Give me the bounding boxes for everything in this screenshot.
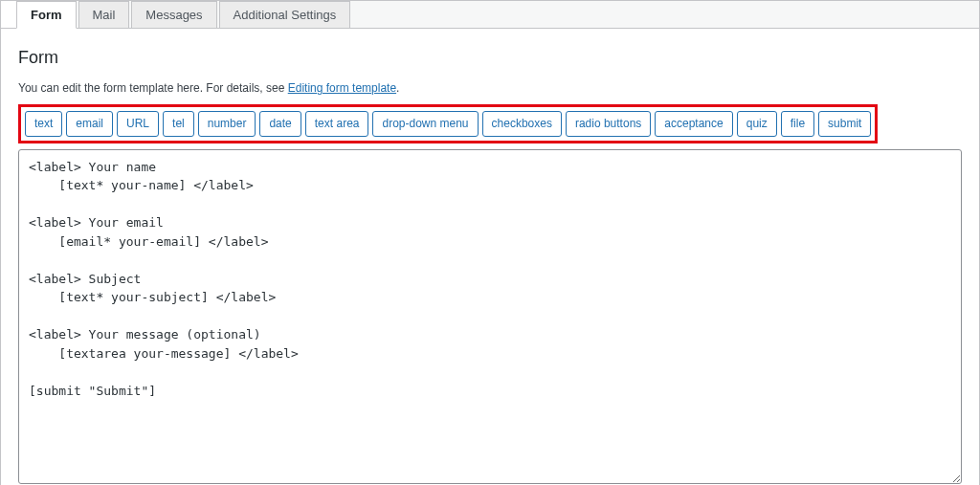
tag-btn-dropdown[interactable]: drop-down menu	[372, 111, 478, 137]
tag-btn-tel[interactable]: tel	[163, 111, 194, 137]
helper-text: You can edit the form template here. For…	[18, 81, 962, 95]
tag-btn-email[interactable]: email	[66, 111, 113, 137]
tab-form[interactable]: Form	[16, 1, 77, 29]
tag-btn-text[interactable]: text	[25, 111, 62, 137]
tab-panel-form: Form You can edit the form template here…	[1, 28, 979, 485]
tag-generator-row: text email URL tel number date text area…	[25, 111, 871, 137]
editor-wrapper: Form Mail Messages Additional Settings F…	[0, 0, 980, 485]
tag-btn-radio[interactable]: radio buttons	[566, 111, 651, 137]
form-source-textarea[interactable]	[18, 149, 962, 484]
tag-btn-number[interactable]: number	[198, 111, 256, 137]
tag-btn-acceptance[interactable]: acceptance	[655, 111, 732, 137]
tag-btn-submit[interactable]: submit	[818, 111, 871, 137]
tag-btn-date[interactable]: date	[259, 111, 301, 137]
tag-generator-highlight: text email URL tel number date text area…	[18, 104, 878, 143]
panel-title: Form	[18, 48, 962, 68]
tag-btn-checkboxes[interactable]: checkboxes	[482, 111, 562, 137]
helper-link[interactable]: Editing form template	[288, 81, 396, 95]
tab-additional-settings[interactable]: Additional Settings	[219, 1, 351, 28]
tag-btn-textarea[interactable]: text area	[305, 111, 369, 137]
helper-suffix: .	[396, 81, 399, 95]
helper-prefix: You can edit the form template here. For…	[18, 81, 288, 95]
tabs-bar: Form Mail Messages Additional Settings	[16, 1, 979, 28]
tag-btn-url[interactable]: URL	[117, 111, 159, 137]
tag-btn-quiz[interactable]: quiz	[737, 111, 777, 137]
tab-mail[interactable]: Mail	[78, 1, 130, 28]
tab-messages[interactable]: Messages	[131, 1, 216, 28]
tag-btn-file[interactable]: file	[781, 111, 814, 137]
